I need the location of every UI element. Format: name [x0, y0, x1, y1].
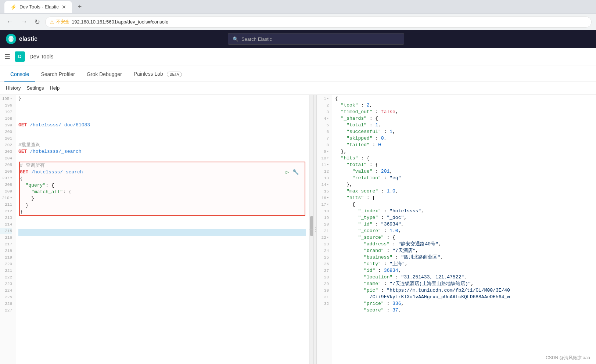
resp-line-num-16: 16: [317, 195, 329, 201]
editor-line-208: "query": {: [20, 182, 305, 189]
reload-button[interactable]: ↻: [32, 17, 42, 28]
tab-console[interactable]: Console: [4, 68, 35, 82]
line-number-217: 217: [0, 241, 12, 248]
resp-line-num-8: 8: [317, 142, 329, 148]
resp-line-24: "brand" : "7天酒店",: [335, 248, 593, 254]
line-number-211: 211: [0, 201, 12, 208]
security-label: 不安全: [56, 19, 69, 25]
response-content: { "took" : 2, "timed_out" : false, "_sha…: [332, 95, 596, 364]
history-button[interactable]: History: [6, 85, 21, 91]
resp-line-num-14: 14: [317, 181, 329, 188]
tab-close-button[interactable]: ✕: [62, 4, 66, 10]
line-number-199: 199: [0, 122, 12, 129]
hamburger-menu-icon[interactable]: ☰: [4, 53, 10, 61]
resp-line-15: "max_score" : 1.0,: [335, 188, 593, 195]
editor-line-210: }: [20, 195, 305, 202]
resp-line-7: "skipped" : 0,: [335, 135, 593, 142]
editor-line-201: [18, 135, 306, 142]
resp-line-num-32: 32: [317, 300, 329, 307]
resp-line-num-27: 27: [317, 267, 329, 274]
tab-painless-lab[interactable]: Painless Lab BETA: [128, 67, 188, 82]
elastic-logo-icon: [6, 34, 16, 44]
resp-line-num-9: 9: [317, 148, 329, 155]
resp-line-25: "business" : "四川北路商业区",: [335, 254, 593, 261]
line-number-201: 201: [0, 135, 12, 142]
settings-button[interactable]: Settings: [26, 85, 44, 91]
response-panel: 1 2 3 4 5 6 7 8 9 10 11 12 13 14 15 16 1…: [317, 95, 596, 364]
run-query-icon[interactable]: ▷: [286, 169, 289, 176]
editor-line-203: GET /hotelssss/_search: [18, 148, 306, 155]
line-number-203: 203: [0, 148, 12, 155]
elastic-header: elastic 🔍 Search Elastic: [0, 30, 596, 48]
editor-line-199: GET /hotelssss/_doc/61083: [18, 122, 306, 129]
resp-line-26: "city" : "上海",: [335, 261, 593, 267]
forward-button[interactable]: →: [18, 17, 29, 27]
scroll-divider: [309, 230, 313, 230]
line-action-buttons: ▷ 🔧: [286, 169, 299, 176]
resp-line-22: "_source" : {: [335, 234, 593, 241]
nav-bar: ← → ↻ ⚠ 不安全 192.168.10.161:5601/app/dev_…: [0, 14, 596, 30]
editor-scroll-thumb[interactable]: [310, 216, 313, 236]
resp-line-11: "total" : {: [335, 162, 593, 168]
resp-line-10: "hits" : {: [335, 155, 593, 162]
tab-search-profiler[interactable]: Search Profiler: [35, 68, 81, 82]
editor-content[interactable]: } GET /hotelssss/_doc/61083 #批量查询 GET /h…: [15, 95, 309, 364]
tab-grok-debugger[interactable]: Grok Debugger: [81, 68, 128, 82]
search-icon: 🔍: [233, 36, 238, 42]
resp-line-31: "price" : 336,: [335, 300, 593, 307]
editor-line-217: [18, 242, 306, 249]
resp-line-13: "relation" : "eq": [335, 175, 593, 181]
config-query-icon[interactable]: 🔧: [292, 169, 299, 176]
security-warning-icon: ⚠: [50, 19, 54, 25]
resp-line-num-20: 20: [317, 221, 329, 228]
line-number-213: 213: [0, 215, 12, 221]
resize-handle[interactable]: [314, 95, 317, 364]
line-number-209: 209: [0, 188, 12, 195]
new-tab-button[interactable]: +: [75, 1, 85, 12]
resp-line-num-28: 28: [317, 274, 329, 281]
line-number-223: 223: [0, 281, 12, 287]
elastic-logo[interactable]: elastic: [6, 34, 37, 44]
resize-dots: [315, 227, 316, 232]
line-number-206: 206: [0, 168, 12, 175]
dot-1: [315, 227, 316, 228]
resp-line-1: {: [335, 95, 593, 102]
editor-line-224: [18, 289, 306, 295]
editor-line-197: [18, 109, 306, 115]
editor-line-222: [18, 275, 306, 282]
line-number-226: 226: [0, 300, 12, 307]
editor-line-212: }: [20, 209, 305, 215]
resp-line-14: },: [335, 181, 593, 188]
resp-line-17: {: [335, 201, 593, 208]
editor-line-227: [18, 309, 306, 315]
line-number-214: 214: [0, 221, 12, 228]
editor-line-200: [18, 129, 306, 135]
address-bar[interactable]: ⚠ 不安全 192.168.10.161:5601/app/dev_tools#…: [45, 17, 592, 28]
resp-line-9: },: [335, 148, 593, 155]
editor-line-206: GET /hotelssss/_search ▷ 🔧: [20, 169, 305, 176]
elastic-search-bar[interactable]: 🔍 Search Elastic: [228, 33, 404, 45]
line-number-202: 202: [0, 142, 12, 148]
resp-line-num-19: 19: [317, 215, 329, 221]
editor-line-216: [18, 236, 306, 242]
app-title: Dev Tools: [29, 53, 54, 60]
line-number-220: 220: [0, 261, 12, 267]
editor-line-225: [18, 295, 306, 302]
help-button[interactable]: Help: [50, 85, 60, 91]
line-number-195: 195: [0, 95, 12, 102]
editor-line-220: [18, 262, 306, 269]
editor-line-207: {: [20, 176, 305, 182]
toolbar: History Settings Help: [0, 82, 596, 95]
beta-badge: BETA: [167, 72, 182, 77]
browser-tab[interactable]: ⚡ Dev Tools - Elastic ✕: [4, 1, 72, 13]
resp-line-29: "name" : "7天连锁酒店(上海宝山路地铁站店)",: [335, 281, 593, 287]
dot-3: [315, 231, 316, 232]
resp-line-num-7: 7: [317, 135, 329, 142]
line-number-208: 208: [0, 181, 12, 188]
resp-line-num-22: 22: [317, 234, 329, 241]
line-number-224: 224: [0, 287, 12, 294]
resp-line-num-3: 3: [317, 109, 329, 115]
resp-line-2: "took" : 2,: [335, 102, 593, 109]
editor-scrollbar[interactable]: [309, 95, 313, 364]
back-button[interactable]: ←: [4, 17, 15, 27]
